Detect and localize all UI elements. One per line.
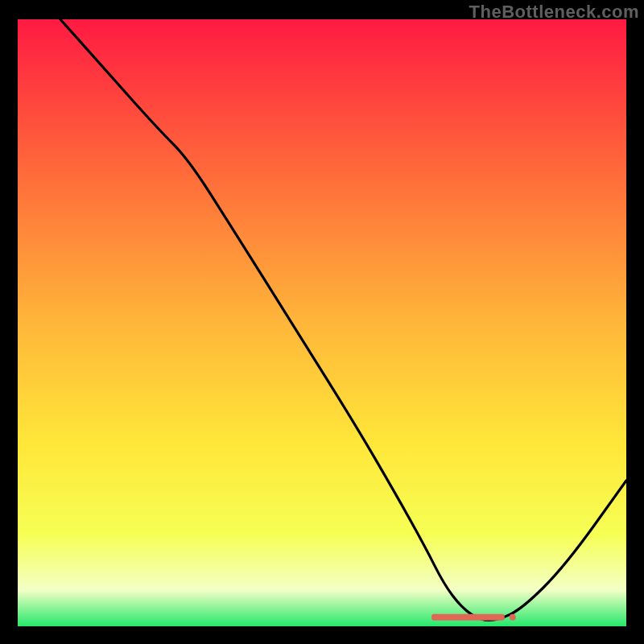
chart-frame: TheBottleneck.com [0, 0, 644, 644]
plot-area [18, 19, 626, 626]
optimum-marker [431, 614, 516, 621]
gradient-background [18, 19, 626, 626]
watermark-text: TheBottleneck.com [469, 2, 639, 23]
optimum-end-dot [510, 614, 516, 621]
optimum-band [431, 614, 505, 621]
chart-svg [18, 19, 626, 626]
